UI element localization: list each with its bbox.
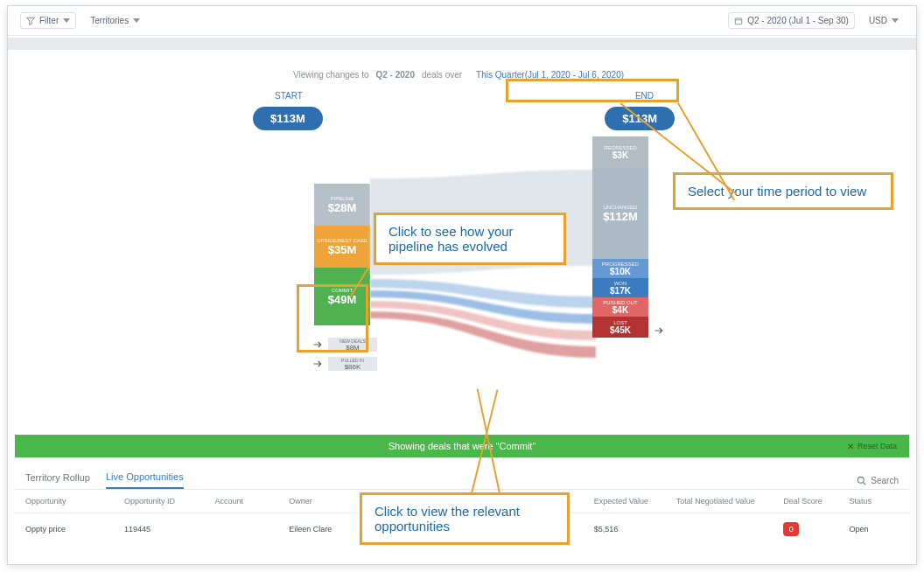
won-value: $17K (610, 286, 631, 296)
pushed-label: PUSHED OUT (603, 300, 637, 305)
col-owner[interactable]: Owner (289, 497, 363, 506)
svg-rect-0 (736, 17, 743, 24)
search-button[interactable]: Search (857, 476, 899, 485)
separator-bar (8, 38, 916, 50)
calendar-icon (734, 17, 743, 25)
chevron-down-icon (133, 18, 140, 23)
regressed-value: $3K (612, 150, 628, 160)
cell-opportunity: Oppty price (25, 525, 124, 534)
pulled-in-value: $86K (345, 363, 361, 371)
start-value-pill[interactable]: $113M (253, 107, 323, 130)
category-progressed[interactable]: PROGRESSED $10K (592, 259, 648, 278)
chevron-down-icon (63, 18, 70, 23)
regressed-label: REGRESSED (604, 145, 637, 150)
annotation-pipeline-evolved: Click to see how your pipeline has evolv… (374, 213, 566, 265)
annotation-time-period: Select your time period to view (673, 172, 893, 210)
category-regressed[interactable]: REGRESSED $3K (592, 136, 648, 168)
category-pipeline[interactable]: PIPELINE $28M (314, 184, 370, 226)
upside-value: $35M (328, 243, 357, 256)
currency-button[interactable]: USD (864, 13, 904, 28)
viewing-description: Viewing changes to Q2 - 2020 deals over … (8, 67, 916, 82)
col-expected-value[interactable]: Expected Value (594, 497, 676, 506)
progressed-label: PROGRESSED (602, 262, 639, 267)
reset-data-button[interactable]: ✕ Reset Data (847, 442, 897, 451)
category-won[interactable]: WON $17K (592, 278, 648, 297)
search-icon (857, 476, 866, 485)
unchanged-label: UNCHANGED (604, 205, 638, 210)
cell-owner: Eileen Clare (289, 525, 363, 534)
filter-label: Filter (39, 16, 59, 25)
pipeline-value: $28M (328, 201, 357, 214)
col-opportunity[interactable]: Opportunity (25, 497, 124, 506)
col-status[interactable]: Status (850, 497, 899, 506)
viewing-middle: deals over (422, 70, 462, 80)
deal-score-badge: 0 (783, 522, 799, 536)
cell-status: Open (850, 525, 899, 534)
filter-icon (26, 17, 35, 25)
banner-text: Showing deals that were "Commit" (388, 441, 536, 451)
annotation-relevant-opps: Click to view the relevant opportunities (360, 492, 570, 545)
annotation-pipeline-text: Click to see how your pipeline has evolv… (388, 224, 514, 254)
period-label: Q2 - 2020 (Jul 1 - Sep 30) (747, 16, 849, 25)
search-label: Search (871, 476, 899, 485)
top-toolbar: Filter Territories Q2 - 2020 (Jul 1 - Se… (8, 6, 916, 36)
arrow-right-icon (654, 325, 664, 336)
chevron-down-icon (892, 18, 899, 23)
category-lost[interactable]: LOST $45K (592, 317, 648, 338)
territories-label: Territories (90, 16, 129, 25)
territories-button[interactable]: Territories (85, 13, 145, 28)
category-upside[interactable]: UPSIDE/BEST CASE $35M (314, 226, 370, 268)
cell-oppid: 119445 (124, 525, 215, 534)
reset-label: Reset Data (858, 442, 897, 450)
col-account[interactable]: Account (215, 497, 290, 506)
unchanged-value: $112M (603, 210, 638, 223)
svg-point-1 (858, 477, 864, 483)
period-selector-button[interactable]: Q2 - 2020 (Jul 1 - Sep 30) (728, 12, 855, 29)
annotation-highlight-period (506, 79, 679, 102)
lost-value: $45K (610, 325, 631, 335)
lower-tabs: Territory Rollup Live Opportunities Sear… (15, 464, 909, 490)
viewing-period: Q2 - 2020 (375, 70, 414, 80)
inflow-pulled-in[interactable]: PULLED IN $86K (328, 357, 377, 371)
annotation-time-period-text: Select your time period to view (688, 184, 866, 199)
currency-label: USD (869, 16, 887, 25)
col-opportunity-id[interactable]: Opportunity ID (124, 497, 215, 506)
category-pushed-out[interactable]: PUSHED OUT $4K (592, 297, 648, 317)
col-negotiated-value[interactable]: Total Negotiated Value (676, 497, 783, 506)
pipeline-label: PIPELINE (330, 196, 354, 201)
annotation-opps-text: Click to view the relevant opportunities (374, 504, 520, 534)
annotation-highlight-commit (297, 284, 368, 352)
arrow-right-icon (312, 359, 323, 369)
cell-expected: $5,516 (594, 525, 676, 534)
lost-label: LOST (613, 320, 627, 325)
tab-live-opportunities[interactable]: Live Opportunities (106, 471, 184, 489)
tab-territory-rollup[interactable]: Territory Rollup (25, 472, 90, 488)
col-deal-score[interactable]: Deal Score (783, 497, 849, 506)
viewing-prefix: Viewing changes to (293, 70, 369, 80)
won-label: WON (614, 281, 627, 286)
end-category-stack: REGRESSED $3K UNCHANGED $112M PROGRESSED… (592, 136, 648, 338)
start-label: START (275, 91, 303, 101)
progressed-value: $10K (610, 267, 631, 276)
filter-banner: Showing deals that were "Commit" ✕ Reset… (15, 435, 909, 457)
filter-button[interactable]: Filter (20, 12, 76, 29)
pushed-value: $4K (612, 305, 628, 315)
category-unchanged[interactable]: UNCHANGED $112M (592, 168, 648, 259)
upside-label: UPSIDE/BEST CASE (317, 238, 368, 243)
